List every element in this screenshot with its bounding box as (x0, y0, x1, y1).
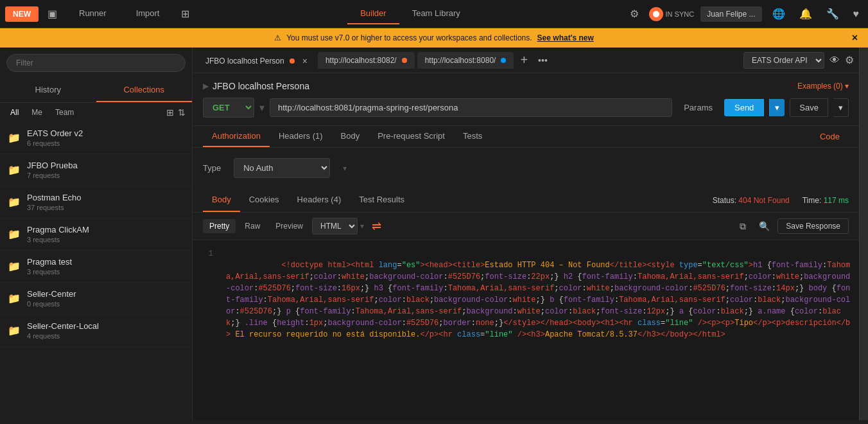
sync-dot (649, 7, 663, 21)
heart-icon[interactable]: ♥ (849, 6, 864, 22)
res-tab-cookies[interactable]: Cookies (240, 188, 288, 212)
search-input[interactable] (6, 54, 186, 72)
team-library-tab[interactable]: Team Library (399, 3, 473, 24)
tab-label: JFBO localhost Person (205, 57, 284, 66)
env-settings-icon[interactable]: ⚙ (845, 54, 854, 66)
sort-icon[interactable]: ⇅ (178, 107, 186, 118)
item-info: JFBO Prueba 7 requests (27, 161, 184, 179)
body-actions: ⧉ 🔍 Save Response (734, 218, 849, 234)
request-tab-2[interactable]: http://localhost:8080/ (417, 52, 514, 69)
request-tab-1[interactable]: http://localhost:8082/ (318, 52, 415, 69)
user-button[interactable]: Juan Felipe ... (700, 6, 761, 22)
banner-message: You must use v7.0 or higher to access yo… (286, 33, 532, 42)
code-content: <!doctype html><html lang="es"><head><ti… (221, 248, 859, 412)
banner-icon: ⚠ (274, 33, 281, 42)
list-item[interactable]: 📁 Pragma ClickAM 3 requests (0, 218, 192, 251)
sync-text: IN SYNC (666, 10, 695, 18)
req-tab-headers[interactable]: Headers (1) (270, 126, 332, 147)
wrap-button[interactable]: ⇌ (367, 216, 386, 236)
save-dropdown-button[interactable]: ▾ (833, 98, 849, 117)
topbar-center: Builder Team Library (198, 3, 621, 24)
format-pretty-button[interactable]: Pretty (203, 219, 236, 233)
tab-dot-orange (290, 58, 295, 64)
add-tab-icon[interactable]: ⊞ (176, 4, 195, 23)
list-item[interactable]: 📁 EATS Order v2 6 requests (0, 122, 192, 154)
examples-link[interactable]: Examples (0) ▾ (797, 82, 849, 91)
right-sidebar (859, 48, 868, 420)
request-title-row: ▶ JFBO localhost Persona Examples (0) ▾ (203, 81, 849, 91)
filter-team-button[interactable]: Team (51, 107, 78, 118)
eye-icon[interactable]: 👁 (829, 55, 840, 66)
topbar: NEW ▣ Runner Import ⊞ Builder Team Libra… (0, 0, 868, 28)
auth-type-select[interactable]: No Auth (234, 158, 330, 178)
list-item[interactable]: 📁 JFBO Prueba 7 requests (0, 154, 192, 186)
item-requests: 4 requests (27, 332, 184, 340)
request-tab-0[interactable]: JFBO localhost Person × (198, 51, 315, 70)
send-dropdown-button[interactable]: ▾ (769, 99, 785, 116)
method-select[interactable]: GET (203, 98, 254, 118)
item-requests: 7 requests (27, 172, 184, 179)
res-tab-test-results[interactable]: Test Results (350, 188, 413, 212)
url-input[interactable] (270, 98, 672, 117)
item-info: Seller-Center-Local 4 requests (27, 321, 184, 340)
time-value: 117 ms (824, 196, 849, 205)
item-name: Postman Echo (27, 193, 184, 202)
list-item[interactable]: 📁 Pragma test 3 requests (0, 251, 192, 283)
layout-icon[interactable]: ▣ (42, 4, 62, 23)
settings-icon[interactable]: ⚙ (626, 5, 643, 22)
import-button[interactable]: Import (123, 3, 173, 24)
req-tab-body[interactable]: Body (332, 126, 369, 147)
auth-area: Type No Auth ▾ (193, 148, 859, 188)
bell-icon[interactable]: 🔔 (795, 5, 816, 22)
builder-tab[interactable]: Builder (347, 3, 399, 24)
folder-icon: 📁 (8, 196, 21, 208)
save-button[interactable]: Save (790, 98, 828, 117)
runner-button[interactable]: Runner (66, 3, 119, 24)
new-button[interactable]: NEW (5, 6, 39, 22)
wrench-icon[interactable]: 🔧 (822, 5, 843, 22)
request-expand-icon[interactable]: ▶ (203, 82, 209, 91)
req-tab-prerequest[interactable]: Pre-request Script (369, 126, 454, 147)
add-collection-icon[interactable]: ⊞ (166, 107, 174, 118)
req-tab-right: Code (811, 126, 849, 147)
res-tab-body[interactable]: Body (203, 188, 240, 212)
add-tab-button[interactable]: + (516, 53, 532, 67)
status-label: Status: 404 Not Found (713, 196, 790, 205)
list-item[interactable]: 📁 Seller-Center 0 requests (0, 283, 192, 315)
tab-close-button[interactable]: × (302, 56, 308, 66)
globe-icon[interactable]: 🌐 (768, 5, 789, 22)
sidebar-tab-history[interactable]: History (0, 78, 96, 102)
list-item[interactable]: 📁 Postman Echo 37 requests (0, 186, 192, 218)
banner-link[interactable]: See what's new (537, 33, 594, 42)
search-button[interactable]: 🔍 (754, 218, 775, 234)
filter-all-button[interactable]: All (6, 107, 22, 118)
copy-button[interactable]: ⧉ (734, 218, 751, 234)
environment-select[interactable]: EATS Order API (743, 52, 824, 69)
response-tabs-bar: Body Cookies Headers (4) Test Results St… (193, 188, 859, 213)
item-name: Seller-Center-Local (27, 321, 184, 331)
code-link[interactable]: Code (811, 127, 849, 146)
body-lang-select[interactable]: HTML (312, 218, 358, 234)
format-preview-button[interactable]: Preview (269, 219, 309, 233)
params-button[interactable]: Params (677, 99, 719, 116)
res-tab-headers[interactable]: Headers (4) (288, 188, 351, 212)
sidebar-filter-bar: All Me Team ⊞ ⇅ (0, 103, 192, 122)
item-requests: 37 requests (27, 204, 184, 211)
item-requests: 6 requests (27, 139, 184, 147)
item-name: Seller-Center (27, 289, 184, 299)
req-tab-tests[interactable]: Tests (454, 126, 491, 147)
send-button[interactable]: Send (724, 99, 764, 116)
req-tab-authorization[interactable]: Authorization (203, 126, 270, 147)
main-layout: History Collections All Me Team ⊞ ⇅ 📁 EA… (0, 48, 868, 420)
sidebar-tab-collections[interactable]: Collections (96, 78, 193, 102)
lang-chevron-icon: ▾ (360, 222, 364, 231)
filter-me-button[interactable]: Me (28, 107, 46, 118)
save-response-button[interactable]: Save Response (777, 218, 849, 234)
banner-close-button[interactable]: × (852, 32, 858, 44)
tab-label: http://localhost:8080/ (425, 56, 496, 65)
list-item[interactable]: 📁 Seller-Center-Local 4 requests (0, 315, 192, 347)
line-numbers: 1 (193, 248, 221, 412)
status-value: 404 Not Found (738, 196, 789, 205)
format-raw-button[interactable]: Raw (238, 219, 266, 233)
more-tabs-button[interactable]: ••• (534, 55, 551, 66)
